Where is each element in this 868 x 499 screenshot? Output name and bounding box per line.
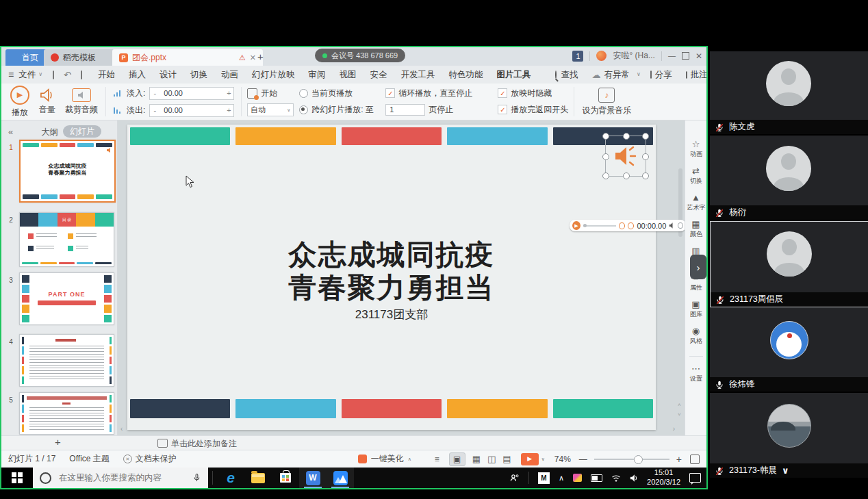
wifi-icon[interactable] — [611, 474, 621, 482]
meeting-taskbar-icon[interactable] — [327, 468, 354, 488]
resize-handle[interactable] — [623, 172, 630, 179]
view-reading-button[interactable]: ◫ — [487, 455, 496, 463]
radio-play-current[interactable]: 当前页播放 — [299, 88, 376, 99]
wps-taskbar-icon[interactable]: W — [299, 468, 327, 488]
panel-expander-button[interactable]: › — [690, 255, 706, 279]
slide-thumbnail-5[interactable] — [19, 392, 114, 435]
slide-editor[interactable]: 众志成城同抗疫 青春聚力勇担当 231173团支部 — [127, 125, 656, 430]
print-icon[interactable] — [81, 71, 82, 79]
play-button[interactable]: ▶ 播放 — [5, 84, 34, 120]
audio-progress-track[interactable] — [583, 225, 616, 227]
slide-thumbnail-3[interactable]: PART ONE — [19, 272, 114, 325]
action-center-icon[interactable] — [689, 473, 701, 483]
slide-thumbnail-4[interactable] — [19, 334, 114, 387]
tool-gallery[interactable]: ▣图库 — [689, 300, 703, 319]
resize-handle[interactable] — [642, 153, 649, 160]
view-sorter-button[interactable]: ▦ — [472, 455, 481, 463]
battery-icon[interactable] — [591, 474, 602, 482]
meeting-id-badge[interactable]: 会议号 438 678 669 — [315, 49, 405, 62]
ms-store-icon[interactable] — [272, 468, 299, 488]
resize-handle[interactable] — [602, 172, 609, 179]
close-button[interactable]: ✕ — [695, 52, 702, 60]
audio-speaker-icon[interactable] — [614, 145, 637, 167]
participant-tile[interactable]: 杨衍 — [710, 136, 868, 220]
menu-review[interactable]: 审阅 — [301, 69, 332, 81]
volume-tray-icon[interactable] — [630, 474, 638, 482]
taskbar-clock[interactable]: 15:012020/3/12 — [647, 468, 680, 487]
volume-button[interactable]: 音量 — [34, 84, 60, 120]
tool-colors[interactable]: ▦颜色 — [689, 220, 703, 239]
m-tray-icon[interactable]: M — [538, 472, 550, 484]
participant-tile[interactable]: 231173-韩晨 ∨ — [710, 393, 868, 478]
menu-slideshow[interactable]: 幻灯片放映 — [245, 69, 302, 81]
menu-view[interactable]: 视图 — [332, 69, 363, 81]
zoom-out-button[interactable]: — — [579, 455, 587, 464]
menu-sync-status[interactable]: 有异常 — [600, 69, 637, 81]
people-tray-icon[interactable] — [510, 474, 520, 482]
protection-status[interactable]: ✕ 文档未保护 — [123, 453, 177, 465]
restore-button[interactable] — [682, 52, 689, 60]
menu-start[interactable]: 开始 — [91, 69, 122, 81]
menu-share[interactable]: 分享 — [652, 69, 679, 81]
menu-transition[interactable]: 切换 — [183, 69, 214, 81]
minimize-button[interactable]: — — [668, 52, 676, 60]
view-normal-button[interactable]: ▣ — [449, 452, 465, 466]
window-count-badge[interactable]: 1 — [572, 51, 583, 62]
cloud-sync-icon[interactable]: ☁ — [591, 71, 600, 79]
audio-play-button[interactable]: ▶ — [572, 221, 580, 230]
slide-canvas[interactable]: 众志成城同抗疫 青春聚力勇担当 231173团支部 — [118, 120, 685, 435]
slide-subtitle[interactable]: 231173团支部 — [127, 307, 656, 322]
undo-icon[interactable]: ↶ — [64, 71, 71, 79]
beautify-button[interactable]: 一键美化 ∧ — [358, 453, 411, 465]
hamburger-icon[interactable]: ≡ — [8, 70, 14, 79]
zoom-slider[interactable] — [594, 459, 669, 460]
set-background-music-button[interactable]: ♪ 设为背景音乐 — [577, 84, 636, 120]
canvas-vscrollbar[interactable]: ˄ ˅ — [678, 123, 683, 426]
start-button[interactable] — [1, 468, 33, 488]
checkbox-hide[interactable]: ✓放映时隐藏 — [498, 88, 552, 99]
canvas-hscrollbar[interactable]: ‹ › — [119, 428, 676, 434]
menu-animation[interactable]: 动画 — [214, 69, 245, 81]
tab-document[interactable]: P 团会.pptx ⚠ ✕ — [112, 49, 263, 66]
view-notes-button[interactable]: ▤ — [502, 455, 511, 463]
audio-object-selection[interactable] — [605, 136, 646, 177]
slide-title[interactable]: 众志成城同抗疫 青春聚力勇担当 — [127, 238, 656, 305]
resize-handle[interactable] — [602, 153, 609, 160]
resize-handle[interactable] — [602, 133, 609, 140]
audio-rewind-icon[interactable] — [619, 222, 625, 229]
across-pages-field[interactable]: 1 页停止 — [385, 104, 488, 116]
fullscreen-icon[interactable] — [690, 455, 700, 464]
menu-design[interactable]: 设计 — [153, 69, 183, 81]
audio-forward-icon[interactable] — [628, 222, 634, 229]
zoom-in-button[interactable]: + — [676, 455, 682, 464]
user-name[interactable]: 安啦° (Ha... — [613, 50, 654, 62]
participant-tile[interactable]: 231173周倡辰 — [710, 221, 868, 307]
taskbar-search-box[interactable] — [33, 468, 208, 488]
tab-close-icon[interactable]: ✕ — [250, 54, 256, 62]
slide-thumbnail-1[interactable]: 众志成城同抗疫青春聚力勇担当 — [19, 140, 116, 203]
slide-thumbnail-2[interactable]: 目 录 — [19, 212, 114, 267]
menu-features[interactable]: 特色功能 — [442, 69, 489, 81]
play-options-caret[interactable]: ∨ — [541, 457, 545, 461]
resize-handle[interactable] — [642, 172, 649, 179]
tool-style[interactable]: ◉风格 — [689, 327, 703, 346]
new-tab-button[interactable]: + — [257, 51, 264, 62]
checkbox-rewind[interactable]: ✓播放完返回开头 — [498, 104, 568, 116]
checkbox-loop[interactable]: ✓循环播放，直至停止 — [385, 88, 488, 99]
warning-icon[interactable]: ⚠ — [239, 54, 246, 62]
start-mode-select[interactable]: 自动∨ — [247, 103, 290, 116]
tab-slides[interactable]: 幻灯片 — [63, 125, 101, 138]
participant-tile[interactable]: 陈文虎 — [710, 51, 868, 134]
tool-transition[interactable]: ⇄切换 — [689, 166, 703, 185]
resize-handle[interactable] — [623, 133, 630, 140]
menu-security[interactable]: 安全 — [363, 69, 394, 81]
app-tray-icon[interactable] — [573, 474, 582, 482]
audio-playbar[interactable]: ▶ 00:00.00 — [570, 220, 685, 231]
audio-volume-icon[interactable] — [669, 222, 674, 229]
tool-settings[interactable]: ⋯设置 — [689, 364, 703, 383]
tool-animation[interactable]: ☆动画 — [689, 140, 703, 159]
participant-tile[interactable]: 徐炜锋 — [710, 307, 868, 392]
search-input[interactable] — [58, 472, 187, 483]
user-avatar[interactable] — [596, 51, 607, 61]
participant-menu-chevron-icon[interactable]: ∨ — [782, 466, 789, 475]
